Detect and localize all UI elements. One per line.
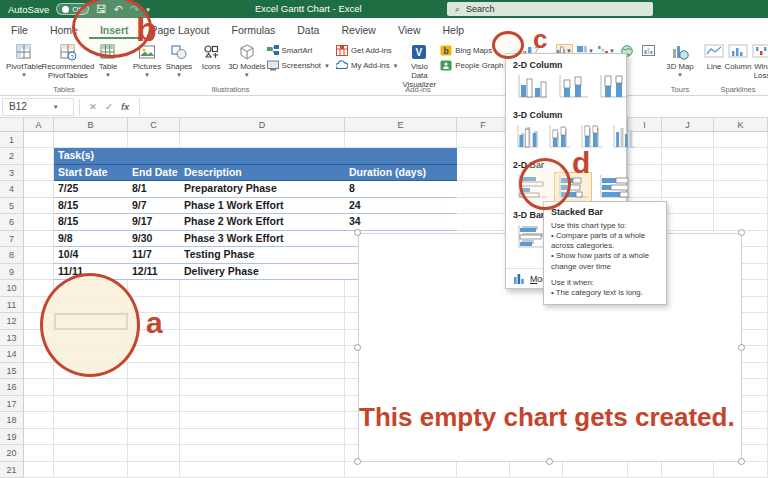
row-header-18[interactable]: 18 <box>0 412 24 428</box>
table-cell[interactable]: Delivery Phase <box>180 264 345 280</box>
tab-file[interactable]: File <box>0 20 39 39</box>
row-header-13[interactable]: 13 <box>0 330 24 346</box>
pivotchart-button[interactable] <box>640 44 657 57</box>
sparkline-winloss-button[interactable]: Win/ Loss <box>751 41 768 81</box>
table-cell[interactable]: 8/15 <box>54 198 128 214</box>
select-all-corner[interactable] <box>0 118 24 132</box>
chart-thumb-col3d-stacked[interactable] <box>545 122 574 156</box>
row-header-2[interactable]: 2 <box>0 148 24 164</box>
cancel-icon[interactable]: ✕ <box>89 101 97 112</box>
row-header-7[interactable]: 7 <box>0 231 24 247</box>
row-header-12[interactable]: 12 <box>0 313 24 329</box>
col-header-A[interactable]: A <box>24 118 54 132</box>
3d-models-button[interactable]: 3D Models▼ <box>227 41 267 78</box>
tab-view[interactable]: View <box>387 20 432 39</box>
row-header-4[interactable]: 4 <box>0 181 24 197</box>
table-header-cell[interactable]: Start Date <box>54 165 128 181</box>
icons-button[interactable]: Icons <box>195 41 227 72</box>
selection-handle[interactable] <box>738 229 745 236</box>
col-header-E[interactable]: E <box>345 118 457 132</box>
table-header-cell[interactable]: Description <box>180 165 345 181</box>
table-cell[interactable]: 8 <box>345 181 457 197</box>
table-cell[interactable]: 34 <box>345 214 457 230</box>
table-cell[interactable]: Testing Phase <box>180 247 345 263</box>
table-cell[interactable]: 9/8 <box>54 231 128 247</box>
table-cell[interactable]: Phase 2 Work Effort <box>180 214 345 230</box>
selection-handle[interactable] <box>738 344 745 351</box>
selected-cell-B12[interactable] <box>54 313 128 329</box>
chart-thumb-col3d-100[interactable] <box>577 122 606 156</box>
row-header-9[interactable]: 9 <box>0 264 24 280</box>
enter-icon[interactable]: ✓ <box>105 101 113 112</box>
shapes-button[interactable]: Shapes▼ <box>163 41 195 78</box>
save-icon[interactable]: 🖫 <box>96 4 107 15</box>
chart-thumb-col-stacked[interactable] <box>554 72 592 106</box>
recommended-pivottables-button[interactable]: ? Recommended PivotTables <box>45 41 91 81</box>
row-header-8[interactable]: 8 <box>0 247 24 263</box>
screenshot-button[interactable]: Screenshot▼ <box>267 59 330 72</box>
chart-thumb-col3d-clustered[interactable] <box>513 122 542 156</box>
chart-thumb-col-clustered[interactable] <box>513 72 551 106</box>
undo-icon[interactable]: ↶ <box>114 4 123 15</box>
table-cell[interactable]: 10/4 <box>54 247 128 263</box>
sparkline-column-button[interactable]: Column <box>725 41 751 72</box>
customize-toolbar-icon[interactable]: ▾ <box>146 6 150 13</box>
col-header-B[interactable]: B <box>54 118 128 132</box>
table-cell[interactable]: 8/15 <box>54 214 128 230</box>
col-header-K[interactable]: K <box>714 118 768 132</box>
insert-function-icon[interactable]: fx <box>121 101 129 112</box>
tab-help[interactable]: Help <box>431 20 475 39</box>
col-header-D[interactable]: D <box>180 118 345 132</box>
col-header-J[interactable]: J <box>662 118 714 132</box>
table-cell[interactable]: 8/1 <box>128 181 180 197</box>
formula-input[interactable] <box>139 98 768 116</box>
table-header-cell[interactable]: Duration (days) <box>345 165 457 181</box>
selection-handle[interactable] <box>354 458 361 465</box>
row-header-10[interactable]: 10 <box>0 280 24 296</box>
pictures-button[interactable]: Pictures▼ <box>131 41 163 78</box>
name-box[interactable]: B12 ▼ <box>2 98 74 116</box>
row-header-14[interactable]: 14 <box>0 346 24 362</box>
search-box[interactable]: ⌕ Search <box>447 2 653 16</box>
tab-data[interactable]: Data <box>286 20 330 39</box>
my-addins-button[interactable]: My Add-ins▼ <box>336 59 399 72</box>
table-cell[interactable]: 11/11 <box>54 264 128 280</box>
table-cell[interactable]: Preparatory Phase <box>180 181 345 197</box>
table-cell[interactable]: 7/25 <box>54 181 128 197</box>
selection-handle[interactable] <box>738 458 745 465</box>
row-header-16[interactable]: 16 <box>0 379 24 395</box>
row-header-21[interactable]: 21 <box>0 462 24 478</box>
table-cell[interactable]: Phase 1 Work Effort <box>180 198 345 214</box>
bing-maps-button[interactable]: bBing Maps <box>440 44 503 57</box>
table-title-cell[interactable]: Task(s) <box>54 148 457 164</box>
tab-review[interactable]: Review <box>330 20 386 39</box>
row-header-19[interactable]: 19 <box>0 429 24 445</box>
col-header-C[interactable]: C <box>128 118 180 132</box>
tab-formulas[interactable]: Formulas <box>221 20 287 39</box>
smartart-button[interactable]: SmartArt <box>267 44 330 57</box>
visio-data-visualizer-button[interactable]: V Visio Data Visualizer <box>403 41 437 90</box>
col-header-F[interactable]: F <box>457 118 510 132</box>
row-header-15[interactable]: 15 <box>0 363 24 379</box>
sparkline-line-button[interactable]: Line <box>703 41 725 72</box>
table-cell[interactable]: 11/7 <box>128 247 180 263</box>
table-button[interactable]: Table▼ <box>91 41 125 78</box>
row-header-3[interactable]: 3 <box>0 165 24 181</box>
row-header-20[interactable]: 20 <box>0 445 24 461</box>
selection-handle[interactable] <box>546 458 553 465</box>
tab-home[interactable]: Home <box>39 20 89 39</box>
row-header-17[interactable]: 17 <box>0 396 24 412</box>
table-cell[interactable]: 9/7 <box>128 198 180 214</box>
get-addins-button[interactable]: Get Add-ins <box>336 44 399 57</box>
row-header-11[interactable]: 11 <box>0 297 24 313</box>
row-header-6[interactable]: 6 <box>0 214 24 230</box>
table-cell[interactable]: 9/17 <box>128 214 180 230</box>
pivottable-button[interactable]: PivotTable▼ <box>3 41 45 78</box>
table-cell[interactable]: Phase 3 Work Effort <box>180 231 345 247</box>
tab-insert[interactable]: Insert <box>89 20 140 39</box>
3d-map-button[interactable]: 3D Map▼ <box>663 41 697 78</box>
selection-handle[interactable] <box>354 344 361 351</box>
selection-handle[interactable] <box>354 229 361 236</box>
row-header-5[interactable]: 5 <box>0 198 24 214</box>
table-header-cell[interactable]: End Date <box>128 165 180 181</box>
